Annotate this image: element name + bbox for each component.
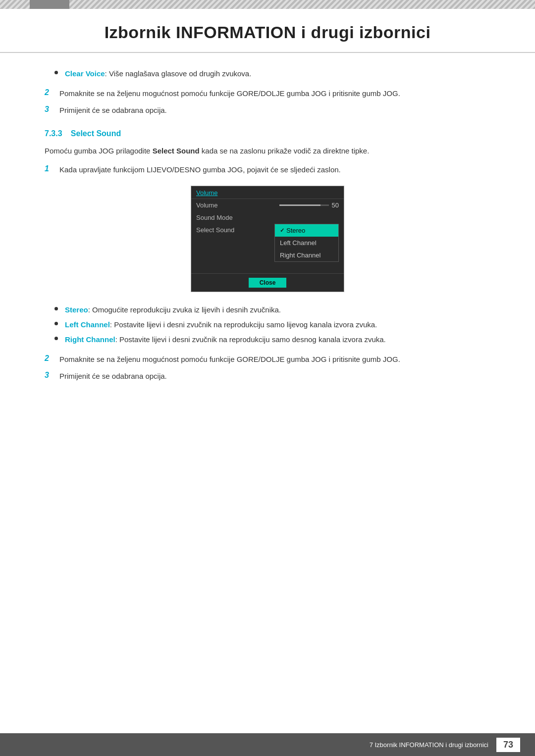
step-2: 2 Pomaknite se na željenu mogućnost pomo…	[45, 353, 490, 365]
osd-dropdown-right-channel: Right Channel	[275, 249, 338, 261]
osd-volume-label: Volume	[196, 202, 217, 209]
bullet-dot-icon	[54, 337, 58, 340]
checkmark-icon: ✓	[280, 227, 284, 234]
footer-page-number: 73	[496, 738, 520, 752]
prev-step-2: 2 Pomaknite se na željenu mogućnost pomo…	[45, 88, 490, 100]
top-stripe-tab	[30, 0, 69, 9]
osd-dropdown-left-channel: Left Channel	[275, 237, 338, 249]
page-footer: 7 Izbornik INFORMATION i drugi izbornici…	[0, 733, 535, 756]
osd-volume-fill	[279, 204, 321, 206]
section-heading-block: 7.3.3 Select Sound	[45, 129, 490, 138]
prev-bullet-list: Clear Voice: Više naglašava glasove od d…	[45, 68, 490, 80]
step-text-3: Primijenit će se odabrana opcija.	[59, 370, 167, 382]
osd-volume-bar	[279, 204, 329, 206]
prev-step-text-3: Primijenit će se odabrana opcija.	[59, 104, 167, 116]
right-channel-label: Right Channel	[65, 335, 115, 344]
stereo-label: Stereo	[65, 305, 88, 314]
bullet-dot-icon	[54, 322, 58, 325]
step-num-3: 3	[45, 370, 59, 380]
prev-step-text-2: Pomaknite se na željenu mogućnost pomoću…	[59, 88, 400, 100]
osd-dropdown: ✓ Stereo Left Channel Right Channel	[274, 224, 339, 262]
step-text-1: Kada upravljate funkcijom LIJEVO/DESNO g…	[59, 164, 341, 176]
osd-illustration: Volume Volume 50 Sound Mode Select Soun	[45, 186, 490, 292]
osd-close-bar: Close	[191, 273, 344, 292]
footer-text: 7 Izbornik INFORMATION i drugi izbornici	[370, 741, 488, 749]
bullet-text: Clear Voice: Više naglašava glasove od d…	[65, 68, 251, 80]
osd-sound-mode-label: Sound Mode	[196, 214, 233, 221]
bullet-dot-icon	[54, 307, 58, 310]
list-item-stereo: Stereo: Omogućite reprodukciju zvuka iz …	[54, 304, 490, 316]
page-title: Izbornik INFORMATION i drugi izbornici	[30, 23, 505, 42]
list-item-left-channel: Left Channel: Postavite lijevi i desni z…	[54, 319, 490, 331]
main-content: Clear Voice: Više naglašava glasove od d…	[0, 68, 535, 382]
step-1: 1 Kada upravljate funkcijom LIJEVO/DESNO…	[45, 164, 490, 176]
osd-title-label: Volume	[196, 189, 217, 197]
page-header: Izbornik INFORMATION i drugi izbornici	[0, 9, 535, 53]
section-title: Select Sound	[71, 129, 121, 138]
step-3: 3 Primijenit će se odabrana opcija.	[45, 370, 490, 382]
osd-box: Volume Volume 50 Sound Mode Select Soun	[191, 186, 344, 292]
osd-dropdown-stereo: ✓ Stereo	[275, 224, 338, 237]
osd-volume-value: 50	[332, 202, 339, 209]
prev-step-num-3: 3	[45, 104, 59, 114]
section-title-space	[64, 129, 69, 138]
step-text-2: Pomaknite se na željenu mogućnost pomoću…	[59, 353, 400, 365]
step-num-1: 1	[45, 164, 59, 173]
list-item-right-channel: Right Channel: Postavite lijevi i desni …	[54, 334, 490, 346]
intro-paragraph: Pomoću gumba JOG prilagodite Select Soun…	[45, 145, 490, 157]
bullet-right-channel-text: Right Channel: Postavite lijevi i desni …	[65, 334, 386, 346]
osd-volume-bar-container: 50	[217, 202, 339, 209]
bullet-stereo-text: Stereo: Omogućite reprodukciju zvuka iz …	[65, 304, 281, 316]
osd-volume-row: Volume 50	[191, 199, 344, 211]
list-item: Clear Voice: Više naglašava glasove od d…	[54, 68, 490, 80]
clear-voice-label: Clear Voice	[65, 69, 105, 78]
bullet-list: Stereo: Omogućite reprodukciju zvuka iz …	[45, 304, 490, 346]
section-number: 7.3.3	[45, 129, 62, 138]
osd-title-bar: Volume	[191, 186, 344, 199]
bullet-icon	[54, 71, 58, 74]
osd-select-sound-label: Select Sound	[196, 226, 234, 234]
osd-sound-mode-row: Sound Mode	[191, 211, 344, 224]
bullet-left-channel-text: Left Channel: Postavite lijevi i desni z…	[65, 319, 377, 331]
osd-select-sound-area: Select Sound ✓ Stereo Left Channel Right…	[191, 224, 344, 273]
left-channel-label: Left Channel	[65, 320, 110, 329]
prev-step-3: 3 Primijenit će se odabrana opcija.	[45, 104, 490, 116]
osd-close-button[interactable]: Close	[249, 278, 287, 288]
top-stripe	[0, 0, 535, 9]
prev-step-num-2: 2	[45, 88, 59, 97]
step-num-2: 2	[45, 353, 59, 363]
